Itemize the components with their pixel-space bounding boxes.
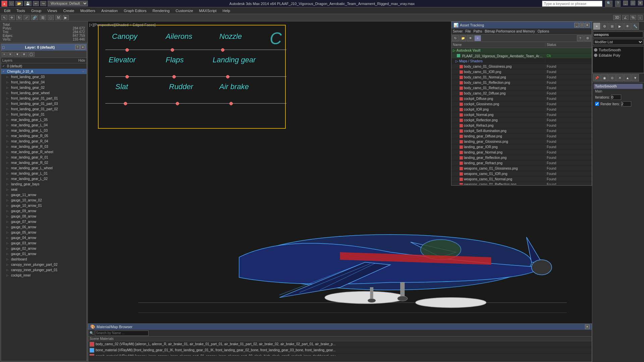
rotate-btn[interactable]: ↻ bbox=[16, 15, 22, 20]
layer-item-2[interactable]: ▷front_landing_gear_03 bbox=[1, 74, 87, 79]
menu-graph-editors[interactable]: Graph Editors bbox=[121, 8, 149, 13]
minimize-btn[interactable]: _ bbox=[623, 1, 628, 5]
layer-item-10[interactable]: ▷rear_landing_gear_L_05 bbox=[1, 117, 87, 122]
layers-hide-btn[interactable]: ◯ bbox=[28, 52, 35, 57]
asset-item-5[interactable]: body_camo_02_Diffuse.pngFound bbox=[451, 91, 592, 96]
menu-views[interactable]: Views bbox=[45, 8, 60, 13]
asset-item-17[interactable]: landing_gear_Reflection.pngFound bbox=[451, 155, 592, 161]
asset-refresh-btn[interactable]: ↻ bbox=[452, 35, 459, 41]
asset-item-7[interactable]: cockpit_Glossiness.pngFound bbox=[451, 102, 592, 107]
layer-item-36[interactable]: ▷dashboard bbox=[1, 256, 87, 262]
layer-item-29[interactable]: ▷gauge_07_arrow bbox=[1, 219, 87, 224]
layer-item-22[interactable]: ▷landing_gear_bays bbox=[1, 181, 87, 187]
menu-maxscript[interactable]: MAXScript bbox=[197, 8, 219, 13]
vault-row[interactable]: ▷ Autodesk Vault bbox=[451, 48, 592, 53]
asset-list-btn[interactable]: ≡ bbox=[474, 35, 481, 41]
search-btn[interactable]: 🔍 bbox=[605, 1, 612, 7]
asset-item-15[interactable]: landing_gear_IOR.pngFound bbox=[451, 144, 592, 150]
layer-item-8[interactable]: ▷front_landing_gear_01_part_02 bbox=[1, 106, 87, 112]
hierarchy-icon-btn[interactable]: ⊞ bbox=[608, 22, 616, 30]
layer-item-32[interactable]: ▷gauge_04_arrow bbox=[1, 235, 87, 240]
search-input[interactable] bbox=[542, 1, 602, 7]
asset-menu-options[interactable]: Options bbox=[538, 29, 549, 33]
help-btn[interactable]: ? bbox=[615, 1, 621, 7]
asset-help-btn[interactable]: ? bbox=[577, 35, 584, 41]
layers-list[interactable]: ✓0 (default)✓Chengdu_J-10_A●▷front_landi… bbox=[1, 63, 87, 361]
angle-snap[interactable]: ∠ bbox=[622, 15, 629, 20]
layer-item-39[interactable]: ▷cockpit_inner bbox=[1, 273, 87, 278]
move-down-btn[interactable]: ▼ bbox=[632, 74, 639, 81]
pin-stack-btn[interactable]: 📌 bbox=[593, 74, 600, 81]
layer-item-0[interactable]: ✓0 (default) bbox=[1, 63, 87, 69]
menu-group[interactable]: Group bbox=[29, 8, 44, 13]
asset-item-6[interactable]: cockpit_Diffuse.pngFound bbox=[451, 96, 592, 102]
layer-item-3[interactable]: ▷front_landing_gear_04 bbox=[1, 79, 87, 85]
layer-item-25[interactable]: ▷gauge_10_arrow_02 bbox=[1, 197, 87, 203]
percent-snap[interactable]: % bbox=[630, 15, 636, 20]
asset-item-1[interactable]: body_camo_01_IOR.pngFound bbox=[451, 69, 592, 75]
asset-item-16[interactable]: landing_gear_Normal.pngFound bbox=[451, 150, 592, 155]
layer-item-23[interactable]: ▷seat bbox=[1, 187, 87, 192]
menu-create[interactable]: Create bbox=[60, 8, 77, 13]
layer-item-17[interactable]: ▷rear_landing_gear_R_01 bbox=[1, 155, 87, 160]
editable-poly-item[interactable]: Editable Poly bbox=[593, 53, 643, 58]
menu-animation[interactable]: Animation bbox=[99, 8, 120, 13]
layer-item-21[interactable]: ▷rear_landing_gear_L_02 bbox=[1, 176, 87, 181]
asset-item-11[interactable]: cockpit_Refract.pngFound bbox=[451, 123, 592, 128]
layer-item-12[interactable]: ▷rear_landing_gear_L_03 bbox=[1, 128, 87, 133]
layer-item-31[interactable]: ▷gauge_05_arrow bbox=[1, 230, 87, 235]
render-iters-checkbox[interactable] bbox=[595, 102, 599, 106]
asset-locate-btn[interactable]: 📁 bbox=[460, 35, 466, 41]
modify-icon-btn[interactable]: ⚙ bbox=[601, 22, 608, 30]
workspace-select[interactable]: Workspace: Default bbox=[48, 1, 88, 6]
asset-maximize-btn[interactable]: □ bbox=[580, 23, 584, 27]
layer-item-19[interactable]: ▷rear_landing_gear_L_wheel bbox=[1, 165, 87, 171]
display-icon-btn[interactable]: 👁 bbox=[624, 22, 631, 30]
asset-item-3[interactable]: body_camo_01_Reflection.pngFound bbox=[451, 80, 592, 85]
material-item-1[interactable]: bone_material (VRayMtl) [front_landing_g… bbox=[88, 347, 592, 353]
layer-item-20[interactable]: ▷rear_landing_gear_L_01 bbox=[1, 171, 87, 176]
layer-item-24[interactable]: ▷gauge_11_arrow bbox=[1, 192, 87, 197]
move-up-btn[interactable]: ▲ bbox=[624, 74, 631, 81]
layer-item-33[interactable]: ▷gauge_03_arrow bbox=[1, 240, 87, 246]
menu-help[interactable]: Help bbox=[220, 8, 233, 13]
scale-btn[interactable]: ⤢ bbox=[23, 15, 30, 20]
asset-settings-btn[interactable]: ⚙ bbox=[584, 35, 591, 41]
asset-item-21[interactable]: weapons_camo_01_Normal.pngFound bbox=[451, 177, 592, 182]
asset-item-10[interactable]: cockpit_Reflection.pngFound bbox=[451, 118, 592, 123]
layer-item-26[interactable]: ▷gauge_10_arrow_01 bbox=[1, 203, 87, 208]
layer-item-11[interactable]: ▷rear_landing_gear_L_04 bbox=[1, 122, 87, 128]
layer-item-9[interactable]: ▷front_landing_gear_01 bbox=[1, 112, 87, 117]
open-file-btn[interactable]: 📂 bbox=[15, 1, 23, 6]
layers-delete-btn[interactable]: ✕ bbox=[7, 52, 13, 57]
layer-item-7[interactable]: ▷front_landing_gear_01_part_03 bbox=[1, 101, 87, 106]
modifier-list-select[interactable]: Modifier List bbox=[593, 39, 643, 45]
weapons-input[interactable] bbox=[593, 32, 643, 38]
asset-menu-bitmap-perf[interactable]: Bitmap Performance and Memory bbox=[485, 29, 535, 33]
asset-item-13[interactable]: landing_gear_Diffuse.pngFound bbox=[451, 134, 592, 139]
utilities-icon-btn[interactable]: 🔧 bbox=[632, 22, 639, 30]
spinner-snap[interactable]: ↕ bbox=[638, 15, 643, 20]
render-iters-input[interactable] bbox=[621, 101, 631, 107]
asset-item-18[interactable]: landing_gear_Refract.pngFound bbox=[451, 161, 592, 166]
turbosmooth-item[interactable]: TurboSmooth bbox=[593, 47, 643, 53]
layer-item-1[interactable]: ✓Chengdu_J-10_A● bbox=[1, 69, 87, 74]
asset-menu-paths[interactable]: Paths bbox=[474, 29, 482, 33]
close-btn[interactable]: ✕ bbox=[638, 1, 643, 5]
menu-edit[interactable]: Edit bbox=[1, 8, 13, 13]
asset-item-12[interactable]: cockpit_Self-illumination.pngFound bbox=[451, 128, 592, 134]
select-btn[interactable]: ↖ bbox=[1, 15, 7, 20]
active-inactive-btn[interactable]: ⊝ bbox=[608, 74, 616, 81]
layers-new-btn[interactable]: + bbox=[2, 52, 7, 57]
layer-visibility-1[interactable]: ● bbox=[80, 70, 87, 73]
iterations-input[interactable] bbox=[611, 95, 621, 100]
layer-item-15[interactable]: ▷rear_landing_gear_R_03 bbox=[1, 144, 87, 149]
layer-item-28[interactable]: ▷gauge_08_arrow bbox=[1, 214, 87, 219]
menu-tools[interactable]: Tools bbox=[14, 8, 28, 13]
new-file-btn[interactable]: □ bbox=[9, 1, 14, 6]
unlink-btn[interactable]: ⛓ bbox=[40, 15, 46, 20]
asset-list[interactable]: ▷ Autodesk Vault PLAAF_J10_Vigorous_Drag… bbox=[451, 48, 592, 185]
maximize-btn[interactable]: □ bbox=[631, 1, 635, 5]
save-btn[interactable]: 💾 bbox=[24, 1, 32, 6]
layers-close-btn[interactable]: ✕ bbox=[80, 45, 85, 50]
